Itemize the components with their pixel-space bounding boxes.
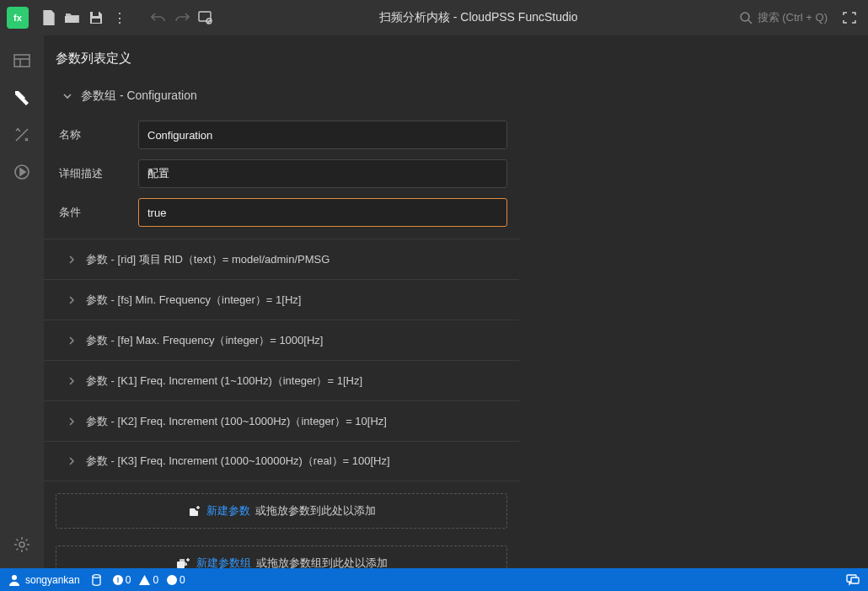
titlebar: fx ⋮ 扫频分析内核 - CloudPSS FuncStudio 搜索 (Ct… [0, 0, 868, 35]
search-box[interactable]: 搜索 (Ctrl + Q) [740, 10, 828, 25]
status-username: songyankan [25, 574, 80, 586]
storage-icon [92, 574, 101, 586]
sidebar-tools[interactable] [5, 118, 39, 152]
chevron-right-icon [67, 296, 76, 304]
status-feedback[interactable] [846, 574, 860, 586]
chevron-right-icon [67, 336, 76, 345]
warning-icon [139, 575, 150, 585]
redo-button[interactable] [170, 6, 194, 30]
svg-rect-2 [92, 19, 100, 23]
chevron-right-icon [67, 255, 76, 264]
svg-rect-3 [199, 12, 211, 21]
error-count: 0 [126, 574, 131, 586]
chevron-down-icon [62, 91, 72, 101]
sidebar-run[interactable] [5, 155, 39, 189]
new-group-link: 新建参数组 [196, 556, 251, 568]
param-row[interactable]: 参数 - [fe] Max. Frequency（integer）= 1000[… [44, 320, 519, 360]
search-icon [740, 12, 753, 24]
app-logo: fx [7, 7, 29, 29]
info-count: 0 [179, 574, 185, 586]
svg-point-5 [741, 13, 749, 21]
svg-point-16 [12, 575, 17, 580]
chevron-right-icon [67, 377, 76, 385]
param-row[interactable]: 参数 - [fs] Min. Frequency（integer）= 1[Hz] [44, 279, 519, 320]
panel-title: 参数列表定义 [44, 47, 519, 82]
desc-label: 详细描述 [56, 166, 138, 181]
svg-rect-1 [93, 12, 99, 16]
preview-button[interactable] [194, 6, 217, 30]
save-file-button[interactable] [84, 6, 108, 30]
status-user[interactable]: songyankan [8, 574, 80, 586]
svg-text:!: ! [116, 576, 119, 584]
param-label: 参数 - [fe] Max. Frequency（integer）= 1000[… [86, 333, 323, 348]
param-group-header[interactable]: 参数组 - Configuration [44, 82, 519, 116]
name-input[interactable] [138, 121, 507, 149]
user-icon [8, 574, 20, 586]
name-label: 名称 [56, 127, 138, 142]
chat-icon [846, 574, 860, 586]
group-header-label: 参数组 - Configuration [81, 89, 197, 104]
cond-label: 条件 [56, 205, 138, 220]
sidebar [0, 35, 44, 568]
warning-count: 0 [153, 574, 158, 586]
param-label: 参数 - [fs] Min. Frequency（integer）= 1[Hz] [86, 293, 301, 308]
open-file-button[interactable] [61, 6, 84, 30]
search-placeholder: 搜索 (Ctrl + Q) [758, 10, 828, 25]
param-label: 参数 - [K3] Freq. Increment (1000~10000Hz)… [86, 454, 390, 469]
undo-button[interactable] [147, 6, 170, 30]
statusbar: songyankan !0 0 0 [0, 568, 868, 591]
sidebar-overview[interactable] [5, 44, 39, 78]
new-file-button[interactable] [37, 6, 61, 30]
svg-point-10 [19, 542, 24, 547]
new-group-dropzone[interactable]: 新建参数组或拖放参数组到此处以添加 [56, 545, 507, 568]
add-group-icon [176, 556, 191, 568]
svg-point-17 [93, 574, 100, 578]
status-storage[interactable] [92, 574, 101, 586]
more-button[interactable]: ⋮ [108, 6, 131, 30]
window-title: 扫频分析内核 - CloudPSS FuncStudio [217, 10, 740, 25]
cond-input[interactable] [138, 198, 507, 227]
chevron-right-icon [67, 417, 76, 426]
sidebar-params[interactable] [5, 81, 39, 115]
status-counts[interactable]: !0 0 0 [113, 574, 185, 586]
chevron-right-icon [67, 457, 76, 465]
error-icon: ! [113, 575, 123, 585]
svg-rect-22 [851, 578, 859, 583]
svg-point-20 [167, 575, 177, 585]
sidebar-settings[interactable] [5, 528, 39, 561]
svg-rect-6 [14, 55, 29, 67]
fullscreen-button[interactable] [838, 6, 861, 30]
param-row[interactable]: 参数 - [K3] Freq. Increment (1000~10000Hz)… [44, 441, 519, 481]
param-label: 参数 - [rid] 项目 RID（text）= model/admin/PMS… [86, 252, 330, 267]
param-label: 参数 - [K1] Freq. Increment (1~100Hz)（inte… [86, 373, 362, 389]
add-param-icon [188, 504, 201, 518]
info-icon [167, 575, 177, 585]
new-param-rest: 或拖放参数到此处以添加 [255, 503, 376, 518]
param-label: 参数 - [K2] Freq. Increment (100~1000Hz)（i… [86, 414, 387, 429]
param-row[interactable]: 参数 - [K1] Freq. Increment (1~100Hz)（inte… [44, 360, 519, 400]
main-panel: 参数列表定义 参数组 - Configuration 名称 详细描述 条件 参数… [44, 35, 868, 568]
new-param-dropzone[interactable]: 新建参数或拖放参数到此处以添加 [56, 493, 507, 529]
desc-input[interactable] [138, 159, 507, 188]
new-param-link: 新建参数 [206, 503, 250, 518]
param-row[interactable]: 参数 - [rid] 项目 RID（text）= model/admin/PMS… [44, 239, 519, 279]
new-group-rest: 或拖放参数组到此处以添加 [256, 556, 388, 568]
param-row[interactable]: 参数 - [K2] Freq. Increment (100~1000Hz)（i… [44, 400, 519, 441]
